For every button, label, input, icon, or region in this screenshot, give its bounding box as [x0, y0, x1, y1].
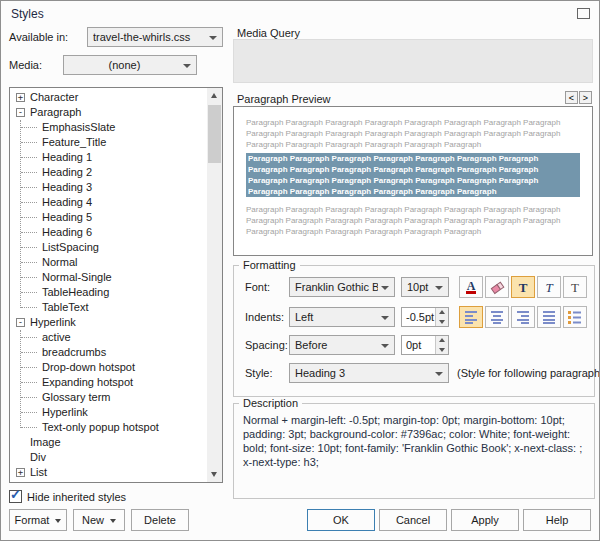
paragraph-preview-box: Paragraph Paragraph Paragraph Paragraph …: [233, 106, 593, 256]
tree-item-list[interactable]: +List: [12, 465, 204, 480]
font-label: Font:: [245, 281, 270, 293]
ok-button[interactable]: OK: [307, 509, 375, 531]
preview-text-before: Paragraph Paragraph Paragraph Paragraph …: [246, 117, 580, 150]
collapse-icon[interactable]: -: [16, 108, 25, 117]
spacing-label: Spacing:: [245, 339, 288, 351]
media-select[interactable]: (none): [63, 55, 197, 75]
collapse-icon[interactable]: -: [16, 318, 25, 327]
tree-item-hyperlink[interactable]: -Hyperlink: [12, 315, 204, 330]
chevron-down-icon: [209, 36, 217, 40]
indents-select[interactable]: Left: [289, 307, 395, 327]
bold-toggle-button[interactable]: T: [511, 276, 535, 298]
scroll-down-icon[interactable]: [207, 467, 222, 482]
check-icon: ✓: [10, 487, 21, 502]
expand-icon[interactable]: +: [16, 468, 25, 477]
spinner-up-icon[interactable]: [435, 308, 448, 317]
tree-item[interactable]: Expanding hotspot: [12, 375, 204, 390]
formatting-group-title: Formatting: [239, 259, 300, 271]
chevron-down-icon: [381, 316, 389, 320]
spinner-down-icon[interactable]: [435, 345, 448, 354]
hide-inherited-checkbox[interactable]: ✓: [9, 490, 22, 503]
font-size-select[interactable]: 10pt: [401, 277, 449, 297]
tree-item[interactable]: Heading 5: [12, 210, 204, 225]
cancel-button[interactable]: Cancel: [379, 509, 447, 531]
bullet-list-button[interactable]: [563, 306, 587, 328]
preview-next-button[interactable]: >: [579, 91, 592, 104]
tree-children-group: EmphasisSlate Feature_Title Heading 1 He…: [12, 120, 204, 315]
tree-item[interactable]: Heading 1: [12, 150, 204, 165]
underline-toggle-button[interactable]: T: [563, 276, 587, 298]
indents-label: Indents:: [245, 311, 284, 323]
tree-item[interactable]: Heading 4: [12, 195, 204, 210]
tree-item[interactable]: EmphasisSlate: [12, 120, 204, 135]
new-menu-button[interactable]: New: [73, 509, 125, 531]
tree-item[interactable]: Heading 2: [12, 165, 204, 180]
available-in-select[interactable]: travel-the-whirls.css: [87, 27, 223, 47]
styles-dialog: Styles Available in: travel-the-whirls.c…: [0, 0, 600, 541]
expand-icon[interactable]: +: [16, 93, 25, 102]
scrollbar-thumb[interactable]: [208, 105, 221, 163]
italic-icon: T: [545, 281, 552, 294]
align-right-icon: [515, 309, 531, 325]
available-in-label: Available in:: [9, 31, 68, 43]
tree-item[interactable]: Heading 3: [12, 180, 204, 195]
text-highlight-button[interactable]: [485, 276, 509, 298]
tree-item[interactable]: Heading 6: [12, 225, 204, 240]
highlighter-icon: [489, 279, 505, 295]
dialog-title: Styles: [11, 7, 44, 21]
hide-inherited-label: Hide inherited styles: [27, 491, 126, 503]
help-button[interactable]: Help: [523, 509, 591, 531]
tree-item-character[interactable]: +Character: [12, 90, 204, 105]
paragraph-preview-title: Paragraph Preview: [237, 93, 331, 105]
media-query-title: Media Query: [237, 27, 300, 39]
style-label: Style:: [245, 367, 273, 379]
align-justify-button[interactable]: [537, 306, 561, 328]
tree-item[interactable]: Glossary term: [12, 390, 204, 405]
apply-button[interactable]: Apply: [451, 509, 519, 531]
font-color-button[interactable]: A: [459, 276, 483, 298]
next-style-select[interactable]: Heading 3: [289, 363, 449, 383]
tree-item-image[interactable]: Image: [12, 435, 204, 450]
tree-item[interactable]: Text-only popup hotspot: [12, 420, 204, 435]
tree-item[interactable]: Feature_Title: [12, 135, 204, 150]
tree-item[interactable]: active: [12, 330, 204, 345]
align-left-icon: [463, 309, 479, 325]
tree-item[interactable]: ListSpacing: [12, 240, 204, 255]
spacing-select[interactable]: Before: [289, 335, 395, 355]
bold-icon: T: [519, 281, 528, 294]
tree-item[interactable]: Drop-down hotspot: [12, 360, 204, 375]
preview-prev-button[interactable]: <: [565, 91, 578, 104]
indent-amount-spinner[interactable]: -0.5pt: [401, 307, 449, 327]
align-justify-icon: [541, 309, 557, 325]
chevron-down-icon: [381, 344, 389, 348]
tree-item[interactable]: TableHeading: [12, 285, 204, 300]
tree-scrollbar[interactable]: [207, 88, 222, 482]
description-group-title: Description: [239, 397, 302, 409]
preview-text-after: Paragraph Paragraph Paragraph Paragraph …: [246, 204, 580, 237]
bullet-list-icon: [567, 309, 583, 325]
scroll-up-icon[interactable]: [207, 88, 222, 103]
italic-toggle-button[interactable]: T: [537, 276, 561, 298]
format-menu-button[interactable]: Format: [9, 509, 67, 531]
styles-tree: +Character -Paragraph EmphasisSlate Feat…: [9, 87, 223, 483]
delete-button[interactable]: Delete: [131, 509, 189, 531]
align-right-button[interactable]: [511, 306, 535, 328]
chevron-down-icon: [435, 372, 443, 376]
tree-item[interactable]: TableText: [12, 300, 204, 315]
chevron-down-icon: [435, 286, 443, 290]
tree-item[interactable]: Normal-Single: [12, 270, 204, 285]
tree-item-paragraph[interactable]: -Paragraph: [12, 105, 204, 120]
tree-item[interactable]: Hyperlink: [12, 405, 204, 420]
window-control-button[interactable]: [577, 8, 590, 19]
spinner-up-icon[interactable]: [435, 336, 448, 345]
tree-item-div[interactable]: Div: [12, 450, 204, 465]
tree-item[interactable]: breadcrumbs: [12, 345, 204, 360]
tree-item[interactable]: Normal: [12, 255, 204, 270]
align-center-button[interactable]: [485, 306, 509, 328]
spacing-amount-spinner[interactable]: 0pt: [401, 335, 449, 355]
font-select[interactable]: Franklin Gothic B: [289, 277, 395, 297]
chevron-down-icon: [110, 519, 116, 523]
align-left-button[interactable]: [459, 306, 483, 328]
description-text: Normal + margin-left: -0.5pt; margin-top…: [243, 413, 585, 469]
spinner-down-icon[interactable]: [435, 317, 448, 326]
